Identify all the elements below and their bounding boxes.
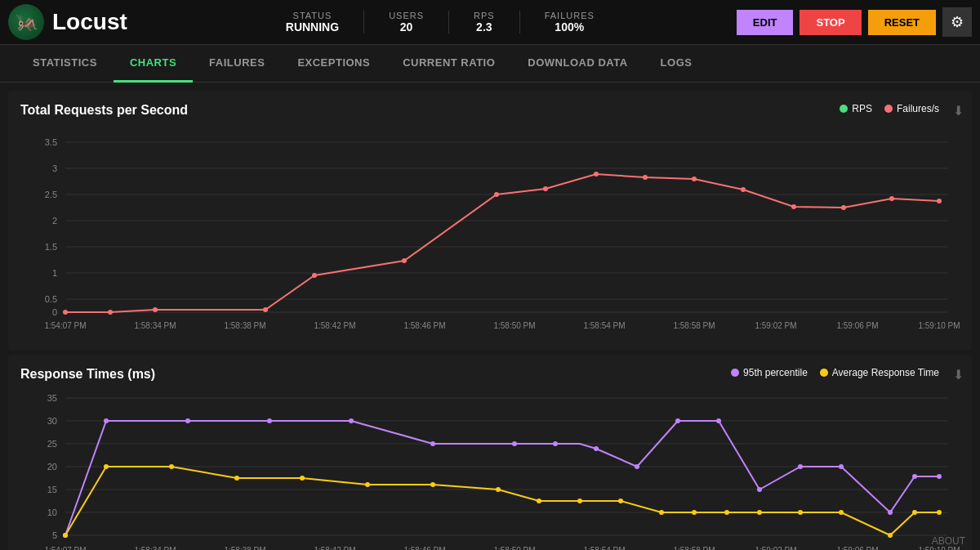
svg-text:3.5: 3.5 <box>45 137 57 147</box>
response-download-button[interactable]: ⬇ <box>953 367 964 382</box>
svg-text:1:58:54 PM: 1:58:54 PM <box>583 546 625 550</box>
svg-text:1:58:54 PM: 1:58:54 PM <box>583 321 625 330</box>
rps-label: RPS <box>474 11 495 20</box>
svg-point-22 <box>494 192 499 197</box>
nav-failures[interactable]: FAILURES <box>193 45 281 83</box>
svg-text:1:54:07 PM: 1:54:07 PM <box>44 321 86 330</box>
nav-logs[interactable]: LOGS <box>644 45 709 83</box>
svg-point-24 <box>594 172 599 177</box>
edit-button[interactable]: EDIT <box>737 10 794 35</box>
svg-point-88 <box>724 510 729 515</box>
svg-point-23 <box>543 186 548 191</box>
svg-point-77 <box>169 464 174 469</box>
svg-point-29 <box>841 205 846 210</box>
rps-download-button[interactable]: ⬇ <box>953 103 964 118</box>
svg-point-21 <box>402 258 407 263</box>
users-stat: USERS 20 <box>364 11 449 34</box>
rps-chart-legend: RPS Failures/s <box>840 103 939 114</box>
svg-text:1:59:10 PM: 1:59:10 PM <box>918 321 960 330</box>
nav-current-ratio[interactable]: CURRENT RATIO <box>386 45 511 83</box>
about-label[interactable]: ABOUT <box>925 532 972 550</box>
svg-text:0: 0 <box>52 307 57 317</box>
avg-legend-label: Average Response Time <box>832 367 939 378</box>
svg-point-66 <box>635 464 639 469</box>
response-chart-svg: 35 30 25 20 15 10 5 <box>20 390 960 550</box>
svg-text:35: 35 <box>47 393 57 403</box>
svg-point-93 <box>912 510 917 515</box>
users-label: USERS <box>389 11 424 20</box>
svg-point-31 <box>937 199 942 203</box>
svg-point-78 <box>234 476 239 481</box>
svg-point-62 <box>430 441 435 446</box>
svg-text:1:58:42 PM: 1:58:42 PM <box>314 321 355 330</box>
svg-point-16 <box>63 310 68 315</box>
rps-chart-title: Total Requests per Second <box>20 103 960 118</box>
svg-text:5: 5 <box>52 530 57 540</box>
status-label: STATUS <box>286 11 339 20</box>
svg-point-65 <box>594 446 599 451</box>
app-title: Locust <box>52 9 127 35</box>
nav-charts[interactable]: CHARTS <box>114 45 193 83</box>
svg-text:1:58:50 PM: 1:58:50 PM <box>493 321 535 330</box>
svg-point-64 <box>553 441 558 446</box>
settings-button[interactable]: ⚙ <box>942 7 972 37</box>
svg-text:1:59:02 PM: 1:59:02 PM <box>755 321 796 330</box>
main-nav: STATISTICS CHARTS FAILURES EXCEPTIONS CU… <box>0 45 980 83</box>
svg-text:25: 25 <box>47 439 57 449</box>
svg-point-61 <box>349 418 354 423</box>
svg-point-73 <box>912 474 917 479</box>
svg-point-68 <box>716 418 721 423</box>
svg-text:1:58:46 PM: 1:58:46 PM <box>403 546 445 550</box>
header-buttons: EDIT STOP RESET ⚙ <box>737 7 972 37</box>
svg-text:1:54:07 PM: 1:54:07 PM <box>44 546 86 550</box>
percentile-legend: 95th percentile <box>731 367 808 378</box>
nav-download-data[interactable]: DOWNLOAD DATA <box>511 45 644 83</box>
svg-text:1:58:42 PM: 1:58:42 PM <box>314 546 355 550</box>
percentile-dot-icon <box>731 369 739 377</box>
svg-text:1:58:34 PM: 1:58:34 PM <box>134 546 176 550</box>
svg-point-87 <box>692 510 697 515</box>
reset-button[interactable]: RESET <box>868 10 936 35</box>
svg-point-86 <box>659 510 664 515</box>
svg-text:1: 1 <box>52 268 57 278</box>
avg-response-legend: Average Response Time <box>820 367 939 378</box>
nav-statistics[interactable]: STATISTICS <box>16 45 114 83</box>
svg-point-94 <box>937 510 942 515</box>
stop-button[interactable]: STOP <box>800 10 861 35</box>
svg-text:2: 2 <box>52 216 57 226</box>
svg-point-59 <box>185 418 190 423</box>
failures-value: 100% <box>545 20 595 34</box>
rps-chart-svg: 3.5 3 2.5 2 1.5 1 0.5 0 <box>20 126 960 338</box>
svg-text:1:58:38 PM: 1:58:38 PM <box>224 546 265 550</box>
svg-point-27 <box>741 187 746 192</box>
svg-text:1.5: 1.5 <box>45 242 57 252</box>
svg-point-18 <box>153 307 158 312</box>
svg-text:3: 3 <box>52 163 57 173</box>
rps-legend-failures: Failures/s <box>884 103 939 114</box>
failures-stat: FAILURES 100% <box>520 11 619 34</box>
failures-legend-label: Failures/s <box>897 103 939 114</box>
svg-point-82 <box>496 487 501 492</box>
svg-point-63 <box>512 441 517 446</box>
svg-point-84 <box>577 499 582 503</box>
svg-point-26 <box>692 177 697 181</box>
rps-value: 2.3 <box>474 20 495 34</box>
users-value: 20 <box>389 20 424 34</box>
svg-point-81 <box>430 482 435 487</box>
svg-point-20 <box>312 273 317 278</box>
svg-point-74 <box>937 474 942 479</box>
svg-point-72 <box>888 510 893 515</box>
svg-text:1:58:58 PM: 1:58:58 PM <box>673 546 715 550</box>
svg-point-90 <box>798 510 803 515</box>
svg-point-28 <box>791 204 796 209</box>
svg-point-76 <box>104 464 109 469</box>
svg-text:10: 10 <box>47 508 57 517</box>
svg-point-75 <box>63 533 68 538</box>
header-stats: STATUS RUNNING USERS 20 RPS 2.3 FAILURES… <box>144 11 737 34</box>
rps-chart-container: Total Requests per Second RPS Failures/s… <box>8 91 972 351</box>
svg-text:0.5: 0.5 <box>45 294 57 304</box>
svg-point-85 <box>618 499 623 503</box>
svg-point-19 <box>263 307 268 312</box>
svg-text:1:58:46 PM: 1:58:46 PM <box>403 321 445 330</box>
nav-exceptions[interactable]: EXCEPTIONS <box>281 45 386 83</box>
